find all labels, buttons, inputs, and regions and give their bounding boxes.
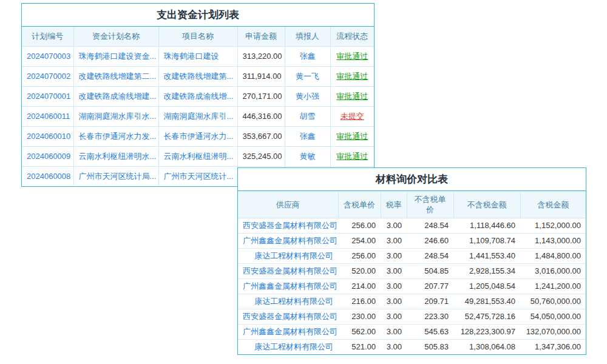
project-name-link[interactable]: 珠海鹤港口建设 [164,52,219,61]
reporter-cell: 胡雪 [285,107,330,127]
plan-id-link[interactable]: 2024060011 [27,112,70,121]
unit-price-incl-tax-cell: 256.00 [338,249,381,264]
col-header-amount-incl-tax: 含税金额 [520,191,586,218]
amount-excl-tax-cell: 1,441,553.40 [453,249,520,264]
tax-rate-cell: 3.00 [381,249,407,264]
reporter-link[interactable]: 胡雪 [300,112,316,121]
plan-name-cell: 云南水利枢纽潜明水... [73,147,158,167]
supplier-link[interactable]: 康达工程材料有限公司 [254,342,333,351]
project-name-cell: 改建铁路线增建第... [158,67,237,87]
project-name-link[interactable]: 广州市天河区统计... [164,172,234,181]
unit-price-excl-tax-cell: 209.71 [407,294,453,309]
table-row: 2024070001 改建铁路成渝线增建... 改建铁路成渝线增... 270,… [22,87,374,107]
amount-incl-tax-cell: 50,760,000.00 [520,294,586,309]
amount-incl-tax-cell: 132,070,000.00 [520,325,586,340]
project-name-link[interactable]: 长春市伊通河水力... [164,132,234,141]
table-row: 2024060011 湖南洞庭湖水库引水... 湖南洞庭湖水库引... 446,… [22,107,374,127]
amount-cell: 313,220.00 [237,47,285,67]
project-name-cell: 云南水利枢纽潜明... [158,147,237,167]
plan-name-link[interactable]: 云南水利枢纽潜明水... [79,152,157,161]
plan-name-link[interactable]: 改建铁路成渝线增建... [79,92,157,101]
col-header-unit-price-incl-tax: 含税单价 [338,191,381,218]
status-link[interactable]: 审批通过 [336,152,368,161]
supplier-cell: 康达工程材料有限公司 [238,294,338,309]
material-table-panel: 材料询价对比表 供应商 含税单价 税率 不含税单价 不含税金额 含税金额 西安盛… [237,167,586,355]
amount-cell: 325,245.00 [237,147,285,167]
supplier-link[interactable]: 康达工程材料有限公司 [254,297,333,306]
plan-name-link[interactable]: 长春市伊通河水力发... [79,132,157,141]
supplier-cell: 西安盛器金属材料有限公司 [238,264,338,279]
unit-price-excl-tax-cell: 545.63 [407,325,453,340]
supplier-cell: 康达工程材料有限公司 [238,249,338,264]
project-name-link[interactable]: 湖南洞庭湖水库引... [164,112,234,121]
col-header-plan-name: 资金计划名称 [73,27,158,47]
plan-id-link[interactable]: 2024060010 [27,132,70,141]
table-row: 广州鑫鑫金属材料有限公司 214.00 3.00 207.77 1,205,04… [238,279,586,294]
plan-name-link[interactable]: 改建铁路线增建第二... [79,72,157,81]
reporter-link[interactable]: 黄一飞 [296,72,319,81]
plan-id-cell: 2024070003 [22,47,73,67]
tax-rate-cell: 3.00 [381,325,407,340]
status-link[interactable]: 未提交 [341,112,364,121]
status-link[interactable]: 审批通过 [336,52,368,61]
amount-excl-tax-cell: 128,223,300.97 [453,325,520,340]
amount-excl-tax-cell: 2,928,155.34 [453,264,520,279]
plan-id-link[interactable]: 2024070002 [27,72,70,81]
material-table-body: 西安盛器金属材料有限公司 256.00 3.00 248.54 1,118,44… [238,218,586,355]
status-link[interactable]: 审批通过 [336,92,368,101]
plan-table-header-row: 计划编号 资金计划名称 项目名称 申请金额 填报人 流程状态 [22,27,374,47]
table-row: 2024070003 珠海鹤港口建设资金... 珠海鹤港口建设 313,220.… [22,47,374,67]
plan-name-cell: 改建铁路成渝线增建... [73,87,158,107]
reporter-cell: 张鑫 [285,127,330,147]
status-link[interactable]: 审批通过 [336,72,368,81]
amount-excl-tax-cell: 1,118,446.60 [453,218,520,234]
unit-price-excl-tax-cell: 504.85 [407,264,453,279]
col-header-amount: 申请金额 [237,27,285,47]
status-cell: 审批通过 [330,47,374,67]
supplier-link[interactable]: 西安盛器金属材料有限公司 [243,221,337,230]
reporter-cell: 张鑫 [285,47,330,67]
unit-price-excl-tax-cell: 207.77 [407,279,453,294]
plan-name-link[interactable]: 广州市天河区统计局... [79,172,157,181]
supplier-link[interactable]: 广州鑫鑫金属材料有限公司 [243,236,337,245]
plan-name-link[interactable]: 珠海鹤港口建设资金... [79,52,157,61]
reporter-link[interactable]: 张鑫 [300,52,316,61]
supplier-link[interactable]: 广州鑫鑫金属材料有限公司 [243,327,337,336]
plan-id-link[interactable]: 2024070001 [27,92,70,101]
status-link[interactable]: 审批通过 [336,132,368,141]
supplier-link[interactable]: 广州鑫鑫金属材料有限公司 [243,281,337,291]
supplier-cell: 西安盛器金属材料有限公司 [238,309,338,325]
supplier-link[interactable]: 西安盛器金属材料有限公司 [243,266,337,275]
plan-id-cell: 2024060011 [22,107,73,127]
plan-name-cell: 珠海鹤港口建设资金... [73,47,158,67]
reporter-cell: 黄一飞 [285,67,330,87]
reporter-link[interactable]: 黄小强 [296,92,319,101]
table-row: 广州鑫鑫金属材料有限公司 254.00 3.00 246.60 1,109,70… [238,234,586,249]
plan-id-link[interactable]: 2024070003 [27,52,70,61]
amount-incl-tax-cell: 1,143,000.00 [520,234,586,249]
amount-incl-tax-cell: 1,484,800.00 [520,249,586,264]
plan-id-cell: 2024060009 [22,147,73,167]
plan-name-link[interactable]: 湖南洞庭湖水库引水... [79,112,157,121]
unit-price-incl-tax-cell: 216.00 [338,294,381,309]
unit-price-incl-tax-cell: 230.00 [338,309,381,325]
supplier-cell: 西安盛器金属材料有限公司 [238,218,338,234]
project-name-link[interactable]: 改建铁路线增建第... [164,72,234,81]
status-cell: 审批通过 [330,147,374,167]
plan-id-link[interactable]: 2024060008 [27,172,70,181]
plan-name-cell: 湖南洞庭湖水库引水... [73,107,158,127]
reporter-link[interactable]: 张鑫 [300,132,316,141]
reporter-link[interactable]: 黄敏 [300,152,316,161]
table-row: 康达工程材料有限公司 216.00 3.00 209.71 49,281,553… [238,294,586,309]
col-header-supplier: 供应商 [238,191,338,218]
project-name-link[interactable]: 改建铁路成渝线增... [164,92,234,101]
supplier-link[interactable]: 康达工程材料有限公司 [254,251,333,260]
amount-cell: 446,316.00 [237,107,285,127]
plan-id-link[interactable]: 2024060009 [27,152,70,161]
unit-price-incl-tax-cell: 254.00 [338,234,381,249]
unit-price-incl-tax-cell: 256.00 [338,218,381,234]
project-name-link[interactable]: 云南水利枢纽潜明... [164,152,234,161]
material-table-title: 材料询价对比表 [238,168,586,191]
supplier-link[interactable]: 西安盛器金属材料有限公司 [243,312,337,321]
plan-table-title: 支出资金计划列表 [22,4,374,27]
